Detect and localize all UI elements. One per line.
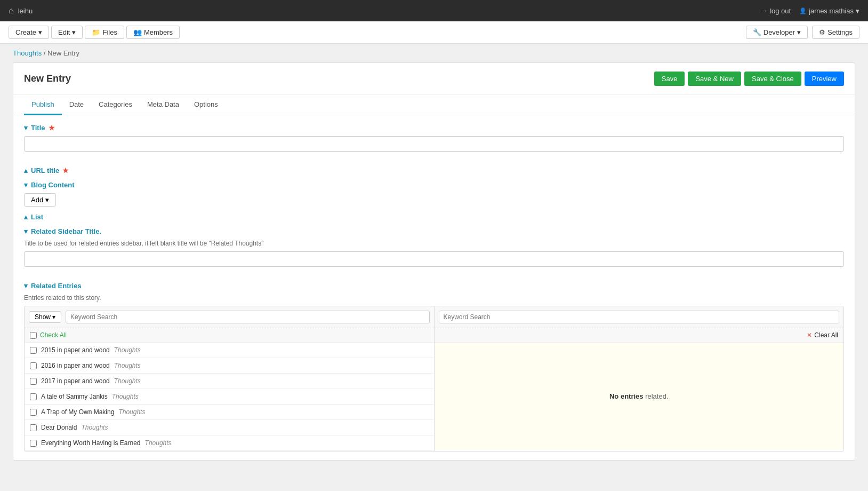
entries-right-panel: ✕ Clear All No entries related.: [435, 306, 844, 451]
url-title-section-header[interactable]: ▴ URL title ★: [24, 167, 844, 175]
list-item: 2016 in paper and wood Thoughts: [25, 358, 434, 374]
entry-checkbox-6[interactable]: [30, 424, 37, 431]
entry-tag-7: Thoughts: [145, 439, 172, 447]
entry-title-5: A Trap of My Own Making: [41, 408, 114, 416]
sec-nav-right: 🔧 Developer ▾ ⚙ Settings: [746, 26, 859, 39]
members-icon: 👥: [133, 28, 142, 36]
entry-tag-5: Thoughts: [118, 408, 145, 416]
main-content: New Entry Save Save & New Save & Close P…: [13, 62, 855, 461]
entries-left-panel: Show ▾ Check All 2015 in paper and wood …: [25, 306, 435, 451]
breadcrumb-separator: /: [44, 49, 47, 57]
tab-options[interactable]: Options: [187, 95, 226, 115]
entries-left-search-row: Show ▾: [25, 306, 434, 328]
top-nav-left: ⌂ leihu: [9, 6, 33, 15]
entry-title-7: Everything Worth Having is Earned: [41, 439, 141, 447]
related-sidebar-title-input[interactable]: [24, 251, 844, 267]
edit-button[interactable]: Edit ▾: [51, 26, 83, 39]
list-chevron-icon: ▴: [24, 213, 28, 221]
developer-dropdown-icon: ▾: [797, 28, 801, 36]
save-new-button[interactable]: Save & New: [688, 72, 741, 86]
url-title-chevron-icon: ▴: [24, 167, 28, 175]
blog-content-section-header[interactable]: ▾ Blog Content: [24, 181, 844, 189]
entry-checkbox-5[interactable]: [30, 409, 37, 416]
entry-checkbox-1[interactable]: [30, 347, 37, 354]
home-icon[interactable]: ⌂: [9, 6, 14, 15]
left-keyword-search-input[interactable]: [66, 311, 429, 323]
logout-label: log out: [770, 7, 791, 15]
top-nav: ⌂ leihu → log out 👤 james mathias ▾: [0, 0, 868, 21]
entry-header: New Entry Save Save & New Save & Close P…: [13, 63, 855, 95]
form-body: ▾ Title ★ ▴ URL title ★ ▾ Blog Content A…: [13, 115, 855, 460]
files-label: Files: [102, 28, 117, 36]
breadcrumb-current: New Entry: [47, 49, 79, 57]
entry-checkbox-2[interactable]: [30, 362, 37, 369]
related-sidebar-section-header[interactable]: ▾ Related Sidebar Title.: [24, 227, 844, 235]
tab-categories[interactable]: Categories: [91, 95, 140, 115]
related-entries-container: Show ▾ Check All 2015 in paper and wood …: [24, 306, 844, 452]
check-all-label[interactable]: Check All: [40, 331, 67, 339]
show-label: Show: [35, 313, 51, 321]
entry-checkbox-4[interactable]: [30, 393, 37, 400]
entry-tag-4: Thoughts: [112, 393, 139, 400]
show-dropdown-icon: ▾: [52, 313, 55, 321]
related-entries-chevron-icon: ▾: [24, 282, 28, 290]
url-title-label: URL title: [31, 167, 59, 175]
entries-right-search-row: [435, 306, 844, 328]
title-section-header[interactable]: ▾ Title ★: [24, 124, 844, 132]
related-sidebar-desc: Title to be used for related entries sid…: [24, 240, 844, 247]
add-content-button[interactable]: Add ▾: [24, 193, 56, 207]
user-menu[interactable]: 👤 james mathias ▾: [799, 7, 859, 15]
tab-metadata[interactable]: Meta Data: [140, 95, 187, 115]
save-close-button[interactable]: Save & Close: [744, 72, 801, 86]
list-item: 2015 in paper and wood Thoughts: [25, 343, 434, 358]
entry-title-4: A tale of Sammy Jankis: [41, 393, 108, 400]
developer-icon: 🔧: [753, 28, 761, 36]
entry-checkbox-3[interactable]: [30, 378, 37, 385]
list-label: List: [31, 213, 43, 221]
list-section-header[interactable]: ▴ List: [24, 213, 844, 221]
related-entries-section-header[interactable]: ▾ Related Entries: [24, 282, 844, 290]
title-label: Title: [31, 124, 45, 132]
list-item: A tale of Sammy Jankis Thoughts: [25, 389, 434, 405]
settings-label: Settings: [827, 28, 853, 36]
site-name-link[interactable]: leihu: [18, 7, 33, 15]
list-item: A Trap of My Own Making Thoughts: [25, 405, 434, 420]
create-button[interactable]: Create ▾: [9, 26, 49, 39]
list-item: Everything Worth Having is Earned Though…: [25, 435, 434, 451]
add-dropdown-icon: ▾: [45, 196, 49, 204]
title-required-star: ★: [49, 124, 55, 132]
right-keyword-search-input[interactable]: [439, 311, 840, 323]
members-button[interactable]: 👥 Members: [126, 26, 180, 39]
check-all-checkbox[interactable]: [30, 332, 37, 339]
files-icon: 📁: [92, 28, 100, 36]
entry-tag-2: Thoughts: [114, 362, 141, 369]
title-chevron-icon: ▾: [24, 124, 28, 132]
settings-icon: ⚙: [819, 28, 825, 36]
entry-tag-1: Thoughts: [114, 346, 141, 354]
tab-publish[interactable]: Publish: [24, 95, 62, 115]
developer-button[interactable]: 🔧 Developer ▾: [746, 26, 808, 39]
breadcrumb-channel[interactable]: Thoughts: [13, 49, 42, 57]
entry-checkbox-7[interactable]: [30, 440, 37, 447]
user-icon: 👤: [799, 7, 807, 14]
user-name: james mathias: [809, 7, 854, 15]
related-entries-desc: Entries related to this story.: [24, 294, 844, 302]
title-input[interactable]: [24, 136, 844, 152]
sec-nav-left: Create ▾ Edit ▾ 📁 Files 👥 Members: [9, 26, 180, 39]
blog-content-label: Blog Content: [31, 181, 75, 189]
clear-all-row: ✕ Clear All: [435, 328, 844, 343]
clear-all-label[interactable]: Clear All: [814, 331, 838, 339]
save-button[interactable]: Save: [654, 72, 685, 86]
preview-button[interactable]: Preview: [805, 72, 844, 86]
entry-title-1: 2015 in paper and wood: [41, 346, 110, 354]
create-label: Create: [15, 28, 36, 36]
page-title: New Entry: [24, 73, 71, 84]
settings-button[interactable]: ⚙ Settings: [812, 26, 859, 39]
tab-date[interactable]: Date: [62, 95, 91, 115]
show-button[interactable]: Show ▾: [29, 311, 61, 323]
edit-dropdown-icon: ▾: [72, 28, 76, 36]
files-button[interactable]: 📁 Files: [85, 26, 124, 39]
list-item: Dear Donald Thoughts: [25, 420, 434, 435]
edit-label: Edit: [58, 28, 70, 36]
logout-link[interactable]: → log out: [761, 7, 791, 15]
